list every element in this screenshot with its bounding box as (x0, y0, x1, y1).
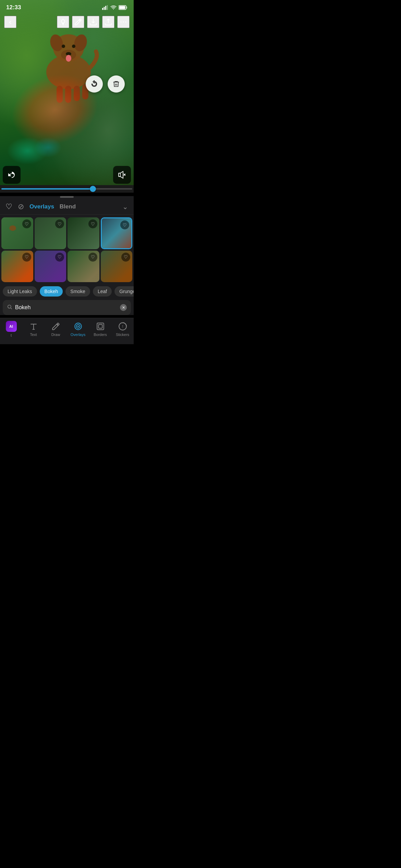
signal-icon (102, 5, 108, 10)
overlay-item-5[interactable]: ♡ (1, 251, 33, 282)
overlay-favorite-2[interactable]: ♡ (55, 219, 64, 228)
rotate-button[interactable] (86, 75, 103, 93)
overlay-favorite-6[interactable]: ♡ (55, 253, 64, 262)
nav-label-ai: t (11, 333, 12, 337)
overlay-grid-row1: ♡ ♡ ♡ ♡ (0, 215, 134, 251)
blocked-button[interactable]: ⊘ (18, 202, 24, 211)
panel-area: ♡ ⊘ Overlays Blend ⌄ ♡ ♡ ♡ ♡ (0, 196, 134, 315)
rotate-icon (90, 80, 98, 88)
overlay-item-4[interactable]: ♡ (101, 217, 133, 249)
text-nav-icon (29, 322, 38, 331)
overlay-item-6[interactable]: ♡ (35, 251, 66, 282)
overlay-item-8[interactable]: ♡ (101, 251, 133, 282)
nav-item-stickers[interactable]: Stickers (111, 322, 134, 337)
svg-point-20 (61, 20, 65, 23)
overlay-favorite-7[interactable]: ♡ (88, 253, 97, 262)
nav-item-borders[interactable]: Borders (89, 322, 111, 337)
nav-item-text[interactable]: Text (22, 322, 45, 337)
svg-point-32 (75, 323, 82, 330)
nav-item-draw[interactable]: Draw (45, 322, 67, 337)
svg-rect-36 (98, 325, 102, 328)
svg-point-23 (125, 22, 126, 23)
nav-label-overlays: Overlays (71, 333, 85, 337)
mute-button[interactable] (113, 166, 131, 184)
svg-point-30 (8, 305, 11, 308)
svg-point-19 (66, 55, 71, 62)
draw-nav-icon (51, 322, 61, 331)
slider-thumb[interactable] (90, 186, 96, 192)
undo-button[interactable] (3, 166, 21, 184)
ai-label: AI (9, 324, 13, 328)
overlay-favorite-4[interactable]: ♡ (120, 220, 129, 229)
nav-label-stickers: Stickers (116, 333, 129, 337)
svg-point-33 (76, 325, 80, 328)
svg-point-13 (72, 45, 75, 48)
download-button[interactable] (87, 16, 99, 28)
nav-item-ai[interactable]: AI t (0, 321, 22, 337)
category-bokeh[interactable]: Bokeh (40, 286, 63, 297)
more-button[interactable] (117, 16, 130, 28)
toolbar-right (57, 16, 130, 28)
svg-rect-5 (126, 7, 127, 9)
drag-handle[interactable] (60, 196, 74, 198)
svg-rect-6 (119, 6, 125, 9)
overlay-favorite-8[interactable]: ♡ (121, 253, 130, 262)
slider-fill (1, 188, 93, 190)
overlay-favorite-5[interactable]: ♡ (22, 253, 31, 262)
search-bar: ✕ (3, 300, 131, 315)
svg-point-12 (62, 45, 65, 48)
nav-label-text: Text (30, 333, 37, 337)
mute-icon (118, 171, 126, 179)
overlay-item-7[interactable]: ♡ (68, 251, 99, 282)
undo-icon (8, 171, 16, 179)
nav-label-draw: Draw (51, 333, 60, 337)
delete-button[interactable] (108, 75, 125, 93)
category-grunge[interactable]: Grunge (114, 286, 134, 297)
svg-rect-3 (107, 5, 108, 10)
overlay-item-2[interactable]: ♡ (35, 217, 66, 249)
status-icons (102, 5, 127, 10)
nav-item-overlays[interactable]: Overlays (67, 322, 89, 337)
progress-slider[interactable] (0, 185, 134, 193)
overlay-favorite-3[interactable]: ♡ (88, 219, 97, 228)
status-time: 12:33 (6, 4, 21, 11)
search-clear-button[interactable]: ✕ (120, 304, 127, 311)
download-icon (89, 18, 97, 26)
photo-bottom-bar (0, 165, 134, 185)
expand-button[interactable]: ⌄ (122, 203, 128, 211)
more-icon (119, 18, 127, 26)
light-leak-effect-3 (34, 137, 62, 158)
stickers-nav-icon (118, 322, 127, 331)
back-button[interactable]: ‹ (4, 16, 16, 28)
search-input[interactable] (15, 304, 117, 311)
bulb-button[interactable] (57, 16, 69, 28)
category-smoke[interactable]: Smoke (65, 286, 90, 297)
overlay-grid-row2: ♡ ♡ ♡ ♡ (0, 251, 134, 284)
overlay-item-3[interactable]: ♡ (68, 217, 99, 249)
svg-rect-2 (105, 6, 106, 10)
bulb-icon (59, 18, 67, 26)
wifi-icon (110, 5, 117, 10)
blend-tab[interactable]: Blend (60, 202, 76, 212)
nav-label-borders: Borders (94, 333, 107, 337)
share-button[interactable] (102, 16, 114, 28)
overlay-item-1[interactable]: ♡ (1, 217, 33, 249)
overlays-tab[interactable]: Overlays (29, 202, 54, 212)
svg-point-34 (77, 326, 78, 327)
pencil-icon (74, 18, 82, 26)
slider-track (1, 188, 132, 190)
favorites-button[interactable]: ♡ (5, 202, 12, 211)
delete-icon (112, 80, 120, 88)
search-icon (7, 304, 12, 311)
overlay-favorite-1[interactable]: ♡ (22, 219, 31, 228)
borders-nav-icon (96, 322, 105, 331)
bottom-nav: AI t Text Draw Ove (0, 318, 134, 344)
share-icon (104, 18, 112, 26)
svg-rect-26 (119, 173, 120, 177)
category-leaf[interactable]: Leaf (93, 286, 112, 297)
svg-line-31 (11, 308, 12, 309)
pencil-button[interactable] (72, 16, 84, 28)
svg-rect-35 (97, 323, 104, 330)
category-light-leaks[interactable]: Light Leaks (3, 286, 37, 297)
tab-row: ♡ ⊘ Overlays Blend ⌄ (0, 201, 134, 215)
